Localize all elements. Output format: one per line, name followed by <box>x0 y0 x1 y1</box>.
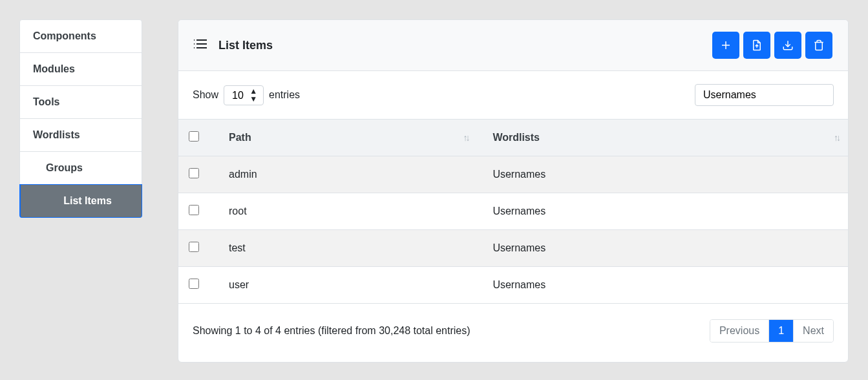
cell-wordlists: Usernames <box>477 156 848 193</box>
column-header-path[interactable]: Path ↑↓ <box>209 120 477 156</box>
page-1-button[interactable]: 1 <box>769 320 794 342</box>
search-input[interactable] <box>695 84 834 106</box>
file-export-icon <box>751 39 763 51</box>
column-header-checkbox <box>178 120 209 156</box>
entries-length-control: Show 10 ▲▼ entries <box>193 85 300 105</box>
data-table: Path ↑↓ Wordlists ↑↓ admin Usernames <box>178 119 848 304</box>
entries-label: entries <box>269 89 300 101</box>
table-row: test Usernames <box>178 230 848 267</box>
cell-path: admin <box>209 156 477 193</box>
cell-path: test <box>209 230 477 267</box>
table-info-text: Showing 1 to 4 of 4 entries (filtered fr… <box>193 325 471 337</box>
delete-button[interactable] <box>805 32 832 59</box>
cell-wordlists: Usernames <box>477 193 848 230</box>
sidebar-item-tools[interactable]: Tools <box>19 85 142 119</box>
row-checkbox[interactable] <box>189 205 199 215</box>
page-title: List Items <box>218 39 273 52</box>
export-button[interactable] <box>743 32 770 59</box>
card-header: List Items <box>178 20 848 71</box>
next-button[interactable]: Next <box>794 320 833 342</box>
cell-wordlists: Usernames <box>477 230 848 267</box>
table-row: user Usernames <box>178 267 848 304</box>
cell-wordlists: Usernames <box>477 267 848 304</box>
select-all-checkbox[interactable] <box>189 131 199 142</box>
main-card: List Items <box>178 19 849 363</box>
sidebar-item-modules[interactable]: Modules <box>19 52 142 86</box>
row-checkbox[interactable] <box>189 168 199 178</box>
pagination: Previous 1 Next <box>710 319 834 343</box>
sidebar-item-list-items[interactable]: List Items <box>19 184 142 218</box>
column-header-wordlists[interactable]: Wordlists ↑↓ <box>477 120 848 156</box>
sidebar-item-groups[interactable]: Groups <box>19 151 142 185</box>
sort-icon: ↑↓ <box>834 132 839 143</box>
trash-icon <box>813 39 825 51</box>
show-label: Show <box>193 89 218 101</box>
plus-icon <box>720 39 732 51</box>
table-row: root Usernames <box>178 193 848 230</box>
row-checkbox[interactable] <box>189 279 199 289</box>
table-controls: Show 10 ▲▼ entries <box>178 71 848 119</box>
sidebar-item-wordlists[interactable]: Wordlists <box>19 118 142 152</box>
table-row: admin Usernames <box>178 156 848 193</box>
sidebar: Components Modules Tools Wordlists Group… <box>19 19 142 363</box>
download-button[interactable] <box>774 32 801 59</box>
card-footer: Showing 1 to 4 of 4 entries (filtered fr… <box>178 304 848 362</box>
sort-icon: ↑↓ <box>463 132 468 143</box>
previous-button[interactable]: Previous <box>710 320 769 342</box>
cell-path: user <box>209 267 477 304</box>
download-icon <box>782 39 794 51</box>
page-size-select[interactable]: 10 <box>224 85 264 105</box>
cell-path: root <box>209 193 477 230</box>
add-button[interactable] <box>712 32 739 59</box>
toolbar <box>712 32 832 59</box>
list-icon <box>194 39 207 52</box>
row-checkbox[interactable] <box>189 242 199 252</box>
sidebar-item-components[interactable]: Components <box>19 19 142 53</box>
